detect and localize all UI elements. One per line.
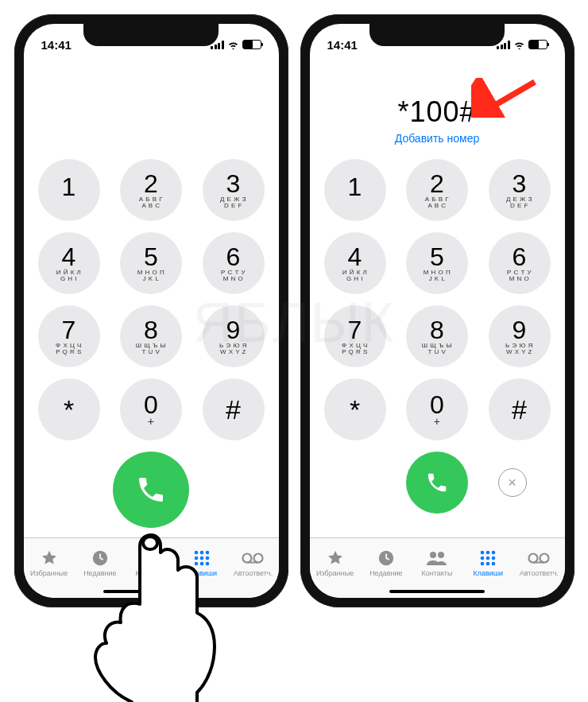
svg-point-4 bbox=[200, 551, 204, 555]
tab-keypad[interactable]: Клавиши bbox=[176, 538, 227, 584]
screen-left: 14:41 1 2А Б В Г A B C 3Д Е Ж З D E F 4И… bbox=[24, 24, 279, 598]
tab-favorites[interactable]: Избранные bbox=[310, 538, 361, 584]
key-5[interactable]: 5М Н О П J K L bbox=[406, 232, 468, 294]
home-indicator[interactable] bbox=[103, 590, 199, 593]
status-time: 14:41 bbox=[327, 38, 358, 52]
svg-point-19 bbox=[486, 551, 490, 555]
svg-point-1 bbox=[144, 552, 150, 558]
key-3[interactable]: 3Д Е Ж З D E F bbox=[489, 159, 551, 221]
delete-button[interactable]: × bbox=[498, 468, 527, 497]
key-8[interactable]: 8Ш Щ Ъ Ы T U V bbox=[406, 305, 468, 367]
svg-point-6 bbox=[195, 557, 199, 560]
key-4[interactable]: 4И Й К Л G H I bbox=[38, 232, 100, 294]
key-hash[interactable]: # bbox=[489, 378, 551, 440]
phone-mockup-left: 14:41 1 2А Б В Г A B C 3Д Е Ж З D E F 4И… bbox=[14, 14, 288, 607]
tab-voicemail[interactable]: Автоответч. bbox=[227, 538, 278, 584]
clock-icon bbox=[91, 549, 109, 567]
svg-point-17 bbox=[438, 552, 444, 558]
svg-point-12 bbox=[243, 554, 252, 563]
keypad: 1 2А Б В Г A B C 3Д Е Ж З D E F 4И Й К Л… bbox=[24, 159, 279, 528]
key-star[interactable]: * bbox=[38, 378, 100, 440]
notch bbox=[83, 24, 219, 46]
key-0[interactable]: 0+ bbox=[120, 378, 182, 440]
key-9[interactable]: 9Ь Э Ю Я W X Y Z bbox=[489, 305, 551, 367]
svg-point-10 bbox=[200, 562, 204, 566]
svg-point-3 bbox=[195, 551, 199, 555]
star-icon bbox=[40, 549, 59, 567]
wifi-icon bbox=[227, 41, 239, 49]
svg-point-24 bbox=[481, 562, 485, 566]
tab-bar: Избранные Недавние Контакты Клавиши Авто… bbox=[310, 537, 565, 598]
svg-point-11 bbox=[206, 562, 210, 566]
tab-bar: Избранные Недавние Контакты Клавиши Авто… bbox=[24, 537, 279, 598]
tab-contacts[interactable]: Контакты bbox=[126, 538, 176, 584]
phone-icon bbox=[135, 474, 167, 506]
key-2[interactable]: 2А Б В Г A B C bbox=[120, 159, 182, 221]
contacts-icon bbox=[140, 549, 162, 567]
svg-point-22 bbox=[486, 557, 490, 560]
call-button[interactable] bbox=[406, 452, 468, 514]
svg-point-2 bbox=[152, 552, 158, 558]
voicemail-icon bbox=[242, 549, 264, 567]
phone-mockup-right: 14:41 *100# Добавить номер 1 2А Б В Г A … bbox=[300, 14, 574, 607]
tab-favorites[interactable]: Избранные bbox=[24, 538, 75, 584]
star-icon bbox=[326, 549, 345, 567]
svg-point-8 bbox=[206, 557, 210, 560]
phone-icon bbox=[425, 471, 449, 495]
close-icon: × bbox=[508, 475, 516, 491]
svg-point-9 bbox=[195, 562, 199, 566]
svg-point-27 bbox=[529, 554, 538, 563]
key-6[interactable]: 6Р С Т У M N O bbox=[489, 232, 551, 294]
wifi-icon bbox=[513, 41, 525, 49]
key-6[interactable]: 6Р С Т У M N O bbox=[203, 232, 265, 294]
key-8[interactable]: 8Ш Щ Ъ Ы T U V bbox=[120, 305, 182, 367]
battery-icon bbox=[242, 40, 261, 49]
home-indicator[interactable] bbox=[389, 590, 485, 593]
key-0[interactable]: 0+ bbox=[406, 378, 468, 440]
call-button[interactable] bbox=[113, 452, 189, 528]
key-1[interactable]: 1 bbox=[38, 159, 100, 221]
key-1[interactable]: 1 bbox=[324, 159, 386, 221]
entered-number: *100# bbox=[310, 95, 565, 129]
key-3[interactable]: 3Д Е Ж З D E F bbox=[203, 159, 265, 221]
key-7[interactable]: 7Ф Х Ц Ч P Q R S bbox=[38, 305, 100, 367]
number-display: *100# Добавить номер bbox=[310, 56, 565, 159]
svg-point-13 bbox=[254, 554, 263, 563]
keypad-icon bbox=[193, 549, 211, 567]
key-4[interactable]: 4И Й К Л G H I bbox=[324, 232, 386, 294]
battery-icon bbox=[528, 40, 547, 49]
add-number-link[interactable]: Добавить номер bbox=[310, 132, 565, 145]
svg-point-5 bbox=[206, 551, 210, 555]
keypad: 1 2А Б В Г A B C 3Д Е Ж З D E F 4И Й К Л… bbox=[310, 159, 565, 514]
screen-right: 14:41 *100# Добавить номер 1 2А Б В Г A … bbox=[310, 24, 565, 598]
status-right bbox=[211, 40, 261, 49]
svg-point-18 bbox=[481, 551, 485, 555]
tab-keypad[interactable]: Клавиши bbox=[462, 538, 513, 584]
tab-voicemail[interactable]: Автоответч. bbox=[513, 538, 564, 584]
clock-icon bbox=[377, 549, 395, 567]
svg-point-25 bbox=[486, 562, 490, 566]
notch bbox=[369, 24, 505, 46]
svg-point-16 bbox=[430, 552, 436, 558]
tab-recents[interactable]: Недавние bbox=[75, 538, 126, 584]
svg-point-23 bbox=[492, 557, 496, 560]
keypad-icon bbox=[479, 549, 497, 567]
number-display-empty bbox=[24, 56, 279, 159]
svg-point-7 bbox=[200, 557, 204, 560]
voicemail-icon bbox=[528, 549, 550, 567]
svg-point-21 bbox=[481, 557, 485, 560]
key-7[interactable]: 7Ф Х Ц Ч P Q R S bbox=[324, 305, 386, 367]
svg-point-28 bbox=[540, 554, 549, 563]
svg-point-20 bbox=[492, 551, 496, 555]
tab-contacts[interactable]: Контакты bbox=[412, 538, 462, 584]
status-time: 14:41 bbox=[41, 38, 72, 52]
tab-recents[interactable]: Недавние bbox=[361, 538, 412, 584]
key-5[interactable]: 5М Н О П J K L bbox=[120, 232, 182, 294]
key-star[interactable]: * bbox=[324, 378, 386, 440]
key-2[interactable]: 2А Б В Г A B C bbox=[406, 159, 468, 221]
status-right bbox=[497, 40, 547, 49]
svg-point-26 bbox=[492, 562, 496, 566]
contacts-icon bbox=[426, 549, 448, 567]
key-9[interactable]: 9Ь Э Ю Я W X Y Z bbox=[203, 305, 265, 367]
key-hash[interactable]: # bbox=[203, 378, 265, 440]
